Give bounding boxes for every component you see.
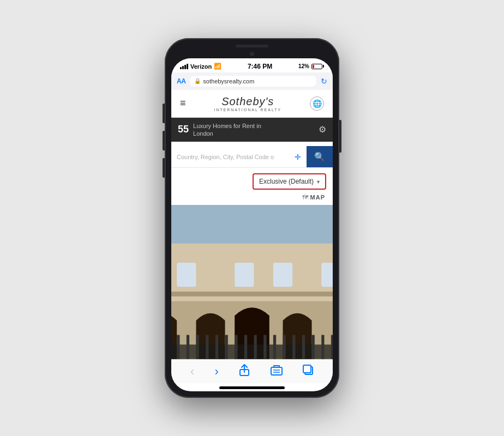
bookmarks-button[interactable] [271, 365, 283, 378]
speaker-area [236, 45, 268, 47]
svg-rect-17 [177, 335, 179, 359]
svg-rect-40 [271, 367, 282, 375]
sort-dropdown[interactable]: Exclusive (Default) ▾ [253, 173, 326, 190]
bottom-nav: ‹ › [171, 359, 333, 383]
svg-rect-25 [254, 335, 257, 359]
svg-rect-19 [196, 335, 199, 359]
map-label: MAP [310, 194, 325, 201]
search-input-area[interactable]: Country, Region, City, Postal Code o ✛ [171, 149, 307, 165]
time-display: 7:46 PM [248, 63, 272, 70]
settings-icon[interactable]: ⚙ [319, 124, 326, 135]
filter-area: Exclusive (Default) ▾ [171, 168, 333, 193]
phone-screen: Verizon 📶 7:46 PM 12% AA 🔒 sothebysrealt… [171, 58, 333, 391]
battery-fill [313, 65, 314, 68]
globe-icon[interactable]: 🌐 [310, 96, 324, 111]
tabs-button[interactable] [303, 365, 314, 378]
forward-button[interactable]: › [215, 365, 219, 379]
carrier-label: Verizon [190, 63, 212, 70]
map-area[interactable]: 🗺 MAP [171, 193, 333, 205]
camera [250, 52, 254, 56]
url-bar[interactable]: 🔒 sothebysrealty.com [190, 76, 316, 87]
sort-label: Exclusive (Default) [259, 178, 314, 185]
search-icon: 🔍 [314, 152, 325, 162]
page-content: ≡ Sotheby's INTERNATIONAL REALTY 🌐 55 Lu… [171, 90, 333, 359]
svg-rect-7 [273, 263, 292, 287]
home-indicator[interactable] [219, 386, 285, 389]
property-image[interactable] [171, 205, 333, 359]
svg-rect-31 [312, 335, 315, 359]
svg-rect-32 [321, 335, 324, 359]
svg-rect-44 [303, 365, 311, 373]
results-bar: 55 Luxury Homes for Rent inLondon ⚙ [171, 118, 333, 142]
svg-rect-9 [171, 292, 333, 296]
battery-percent: 12% [298, 63, 309, 69]
svg-rect-10 [171, 344, 333, 359]
lock-icon: 🔒 [194, 78, 201, 84]
svg-rect-6 [235, 263, 254, 287]
reload-icon[interactable]: ↻ [321, 77, 327, 86]
dropdown-arrow-icon: ▾ [317, 179, 320, 185]
svg-rect-27 [273, 335, 276, 359]
logo-area: Sotheby's INTERNATIONAL REALTY [214, 95, 281, 112]
results-count: 55 [178, 124, 189, 135]
site-header: ≡ Sotheby's INTERNATIONAL REALTY 🌐 [171, 90, 333, 118]
svg-rect-18 [187, 335, 189, 359]
svg-rect-24 [244, 335, 247, 359]
browser-bar: AA 🔒 sothebysrealty.com ↻ [171, 72, 333, 90]
url-text: sothebysrealty.com [203, 78, 254, 84]
results-left: 55 Luxury Homes for Rent inLondon [178, 122, 261, 138]
map-icon: 🗺 [302, 194, 308, 201]
logo-subtitle: INTERNATIONAL REALTY [214, 108, 281, 112]
search-button[interactable]: 🔍 [307, 146, 333, 167]
phone-device: Verizon 📶 7:46 PM 12% AA 🔒 sothebysrealt… [165, 38, 339, 398]
building-svg [171, 205, 333, 359]
crosshair-icon[interactable]: ✛ [295, 153, 301, 161]
status-bar: Verizon 📶 7:46 PM 12% [171, 58, 333, 72]
svg-rect-29 [292, 335, 295, 359]
svg-rect-33 [331, 335, 333, 359]
status-left: Verizon 📶 [180, 63, 221, 70]
battery-body [311, 64, 322, 69]
signal-bars [180, 64, 188, 69]
status-right: 12% [298, 63, 324, 69]
logo-name: Sotheby's [214, 95, 281, 108]
signal-bar-1 [180, 67, 182, 69]
back-button[interactable]: ‹ [190, 365, 194, 379]
svg-rect-28 [283, 335, 286, 359]
battery-tip [323, 65, 324, 68]
signal-bar-4 [187, 64, 188, 69]
hamburger-menu[interactable]: ≡ [180, 98, 186, 109]
search-placeholder: Country, Region, City, Postal Code o [177, 154, 291, 160]
speaker-grill [236, 45, 268, 47]
svg-rect-5 [177, 263, 196, 287]
aa-button[interactable]: AA [177, 77, 185, 85]
svg-rect-23 [235, 335, 237, 359]
building-facade-image [171, 205, 333, 359]
wifi-icon: 📶 [214, 63, 221, 70]
signal-bar-2 [182, 66, 184, 69]
svg-rect-20 [206, 335, 208, 359]
signal-bar-3 [184, 65, 186, 69]
svg-rect-26 [263, 335, 266, 359]
share-button[interactable] [239, 364, 250, 379]
results-description: Luxury Homes for Rent inLondon [193, 122, 261, 138]
search-bar: Country, Region, City, Postal Code o ✛ 🔍 [171, 142, 333, 168]
svg-rect-21 [215, 335, 218, 359]
svg-rect-30 [302, 335, 305, 359]
svg-rect-22 [225, 335, 228, 359]
battery-indicator [311, 64, 324, 69]
svg-rect-8 [321, 263, 333, 287]
